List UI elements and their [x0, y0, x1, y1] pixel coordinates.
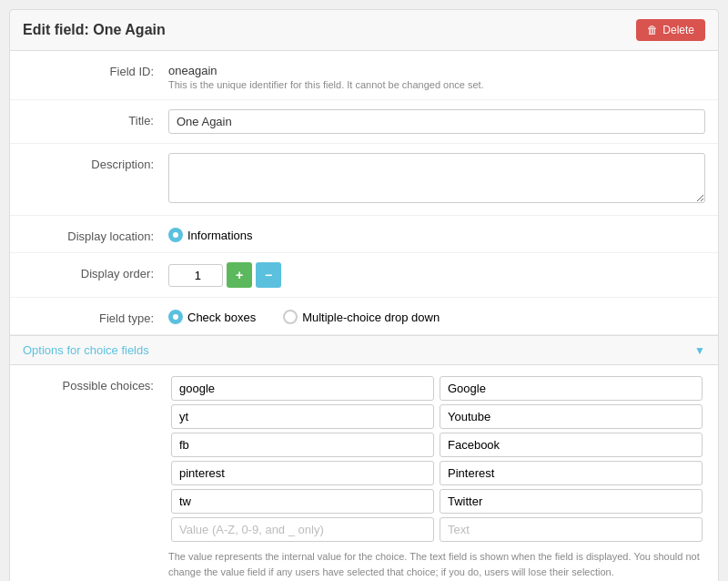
- choice-text-input[interactable]: [440, 461, 703, 485]
- trash-icon: 🗑: [647, 24, 658, 36]
- field-type-checkbox-option[interactable]: Check boxes: [168, 310, 256, 324]
- choice-value-input[interactable]: [171, 433, 434, 457]
- list-item: [168, 459, 705, 487]
- list-item: [168, 431, 705, 459]
- title-input[interactable]: [168, 109, 705, 134]
- choice-text-input[interactable]: [440, 433, 703, 457]
- field-type-checkbox-label: Check boxes: [187, 311, 256, 324]
- choice-text-input[interactable]: [440, 489, 703, 514]
- page-header: Edit field: One Again 🗑 Delete: [9, 9, 719, 51]
- field-id-label: Field ID:: [23, 60, 168, 78]
- description-label: Description:: [23, 153, 168, 171]
- choice-value-input[interactable]: [171, 404, 434, 429]
- choice-text-input[interactable]: [440, 376, 703, 401]
- display-location-content: Informations: [168, 225, 705, 242]
- display-location-option[interactable]: Informations: [168, 228, 253, 242]
- choice-text-input[interactable]: [440, 404, 703, 429]
- description-input[interactable]: [168, 153, 705, 203]
- display-order-row: Display order: + −: [10, 253, 718, 298]
- display-location-label: Display location:: [23, 225, 168, 243]
- field-type-label: Field type:: [23, 307, 168, 325]
- main-form: Field ID: oneagain This is the unique id…: [9, 51, 719, 581]
- possible-choices-row: Possible choices:: [10, 365, 718, 581]
- list-item: [168, 374, 705, 403]
- display-order-label: Display order:: [23, 262, 168, 280]
- choices-table: [168, 374, 705, 544]
- display-order-input[interactable]: [168, 264, 223, 287]
- list-item: [168, 403, 705, 431]
- description-row: Description:: [10, 144, 718, 216]
- display-location-row: Display location: Informations: [10, 216, 718, 253]
- choices-section-title: Options for choice fields: [23, 343, 149, 357]
- field-type-dropdown-label: Multiple-choice drop down: [302, 311, 440, 324]
- field-id-hint: This is the unique identifier for this f…: [168, 79, 705, 90]
- field-type-row: Field type: Check boxes Multiple-choice …: [10, 298, 718, 335]
- field-id-value: oneagain: [168, 60, 705, 77]
- choice-value-input[interactable]: [171, 489, 434, 514]
- display-location-value: Informations: [187, 229, 253, 242]
- possible-choices-label: Possible choices:: [23, 374, 168, 392]
- choice-value-input[interactable]: [171, 376, 434, 401]
- description-content: [168, 153, 705, 206]
- title-content: [168, 109, 705, 134]
- decrement-button[interactable]: −: [256, 262, 281, 288]
- choice-value-placeholder-input[interactable]: [171, 517, 434, 542]
- choice-text-placeholder-input[interactable]: [440, 517, 703, 542]
- possible-choices-content: The value represents the internal value …: [168, 374, 705, 579]
- list-item: [168, 487, 705, 515]
- field-id-row: Field ID: oneagain This is the unique id…: [10, 51, 718, 100]
- radio-checked-icon: [168, 228, 183, 242]
- page-title: Edit field: One Again: [23, 22, 166, 38]
- choices-hint: The value represents the internal value …: [168, 549, 705, 579]
- display-order-content: + −: [168, 262, 705, 288]
- choice-value-input[interactable]: [171, 461, 434, 485]
- choices-section-header[interactable]: Options for choice fields ▼: [10, 335, 718, 365]
- title-label: Title:: [23, 109, 168, 127]
- field-type-dropdown-option[interactable]: Multiple-choice drop down: [283, 310, 440, 324]
- chevron-down-icon: ▼: [694, 344, 705, 357]
- radio-checked-icon: [168, 310, 183, 324]
- choice-placeholder-row: [168, 515, 705, 544]
- field-type-content: Check boxes Multiple-choice drop down: [168, 307, 705, 324]
- radio-unchecked-icon: [283, 310, 298, 324]
- title-row: Title:: [10, 100, 718, 144]
- field-id-content: oneagain This is the unique identifier f…: [168, 60, 705, 90]
- increment-button[interactable]: +: [227, 262, 252, 288]
- delete-button[interactable]: 🗑 Delete: [636, 19, 705, 41]
